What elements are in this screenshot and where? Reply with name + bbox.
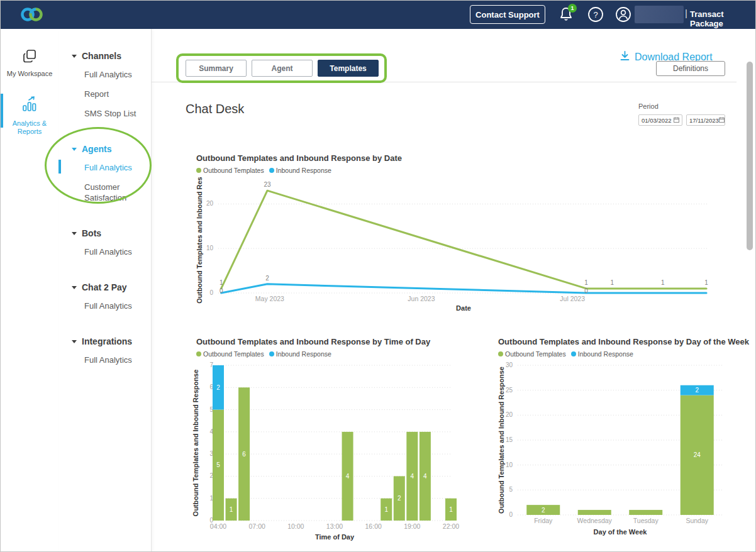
- nav-section-title: Integrations: [82, 336, 132, 346]
- svg-text:10: 10: [506, 461, 513, 468]
- contact-support-button[interactable]: Contact Support: [470, 5, 545, 24]
- svg-text:04:00: 04:00: [210, 522, 226, 530]
- help-icon[interactable]: ?: [587, 6, 604, 25]
- svg-text:0: 0: [209, 289, 213, 296]
- svg-text:?: ?: [593, 10, 598, 19]
- svg-text:1: 1: [220, 279, 223, 286]
- notification-count-badge: 1: [568, 4, 577, 13]
- legend-dot-icon: [269, 351, 274, 356]
- app-window: Contact Support 1 ? | Transact Package: [0, 0, 756, 552]
- nav-item-agents-customer-satisfaction[interactable]: Customer Satisfaction: [84, 177, 147, 207]
- top-bar: Contact Support 1 ? | Transact Package: [1, 1, 755, 29]
- nav-section-agents: AgentsFull AnalyticsCustomer Satisfactio…: [72, 144, 151, 207]
- svg-text:Outbound Templates and Inbound: Outbound Templates and Inbound Response: [498, 367, 505, 514]
- chart-title-by-time-of-day: Outbound Templates and Inbound Response …: [196, 337, 430, 346]
- nav-item-integrations-full-analytics[interactable]: Full Analytics: [84, 350, 147, 370]
- svg-text:2: 2: [542, 507, 545, 514]
- nav-section-title: Chat 2 Pay: [82, 282, 127, 292]
- username-redacted: [635, 6, 684, 23]
- svg-text:Jun 2023: Jun 2023: [408, 295, 435, 302]
- chevron-down-icon: [72, 340, 77, 343]
- nav-item-channels-sms-stop-list[interactable]: SMS Stop List: [84, 104, 147, 123]
- bar-chart-by-day-of-week: 051015202530FridayWednesdayTuesdaySunday…: [496, 360, 735, 543]
- chevron-down-icon: [72, 232, 77, 235]
- definitions-button[interactable]: Definitions: [656, 61, 725, 76]
- svg-text:22:00: 22:00: [443, 522, 459, 530]
- date-from-input[interactable]: 01/03/2022: [638, 114, 682, 126]
- legend-label: Outbound Templates: [203, 167, 264, 174]
- chart-legend: Outbound TemplatesInbound Response: [196, 350, 331, 358]
- nav-section-toggle-integrations[interactable]: Integrations: [72, 336, 151, 346]
- package-label: Transact Package: [690, 9, 755, 28]
- nav-section-bots: BotsFull Analytics: [72, 228, 151, 262]
- svg-text:2: 2: [265, 275, 269, 282]
- svg-text:13:00: 13:00: [326, 522, 343, 530]
- tab-templates[interactable]: Templates: [318, 60, 379, 77]
- svg-text:2: 2: [695, 387, 699, 394]
- sidebar-item-my-workspace[interactable]: My Workspace: [1, 48, 58, 78]
- brand-logo-icon[interactable]: [19, 6, 46, 26]
- date-to-value: 17/11/2023: [689, 117, 719, 124]
- svg-text:Tuesday: Tuesday: [633, 517, 659, 524]
- bar-chart-by-time-of-day: 0123456704:0007:0010:0013:0016:0019:0022…: [189, 360, 472, 546]
- svg-text:2: 2: [397, 495, 401, 502]
- svg-text:Sunday: Sunday: [686, 517, 708, 524]
- chevron-down-icon: [72, 55, 77, 58]
- nav-section-channels: ChannelsFull AnalyticsReportSMS Stop Lis…: [72, 51, 151, 123]
- svg-text:23: 23: [264, 181, 271, 188]
- tab-agent[interactable]: Agent: [252, 60, 313, 77]
- legend-label: Inbound Response: [276, 350, 331, 358]
- svg-text:19:00: 19:00: [404, 522, 420, 530]
- nav-section-toggle-channels[interactable]: Channels: [72, 51, 151, 61]
- svg-text:1: 1: [584, 279, 588, 286]
- analytics-icon: [20, 105, 39, 116]
- rail-active-indicator: [1, 94, 3, 128]
- side-navigation: ChannelsFull AnalyticsReportSMS Stop Lis…: [58, 29, 152, 552]
- nav-item-chat-2-pay-full-analytics[interactable]: Full Analytics: [84, 296, 147, 316]
- workspace-icon: [21, 55, 38, 66]
- svg-text:2: 2: [216, 384, 220, 391]
- legend-item-inbound-response: Inbound Response: [269, 350, 331, 358]
- nav-section-title: Bots: [82, 228, 101, 238]
- legend-dot-icon: [196, 168, 201, 173]
- tab-summary[interactable]: Summary: [186, 60, 247, 77]
- legend-item-inbound-response: Inbound Response: [571, 350, 633, 358]
- vertical-scrollbar[interactable]: [747, 62, 753, 250]
- svg-text:07:00: 07:00: [249, 522, 265, 530]
- svg-text:30: 30: [506, 362, 513, 368]
- calendar-icon: [719, 117, 725, 124]
- nav-section-integrations: IntegrationsFull Analytics: [72, 336, 151, 370]
- svg-text:Outbound Templates and Inbound: Outbound Templates and Inbound Response: [192, 370, 199, 517]
- nav-section-toggle-chat-2-pay[interactable]: Chat 2 Pay: [72, 282, 151, 292]
- legend-label: Inbound Response: [578, 350, 633, 358]
- sidebar-item-analytics-reports[interactable]: Analytics & Reports: [1, 95, 58, 136]
- legend-item-outbound-templates: Outbound Templates: [196, 350, 264, 358]
- svg-text:0: 0: [220, 287, 223, 294]
- svg-text:Date: Date: [456, 304, 471, 312]
- user-account-icon[interactable]: [615, 6, 631, 25]
- svg-text:10:00: 10:00: [287, 522, 304, 530]
- chart-legend: Outbound TemplatesInbound Response: [196, 167, 331, 174]
- nav-item-agents-full-analytics[interactable]: Full Analytics: [84, 158, 147, 177]
- svg-text:5: 5: [216, 461, 220, 468]
- svg-text:24: 24: [694, 451, 701, 458]
- nav-item-bots-full-analytics[interactable]: Full Analytics: [84, 242, 147, 262]
- chart-title-by-date: Outbound Templates and Inbound Response …: [196, 153, 402, 163]
- svg-text:1: 1: [384, 506, 388, 513]
- svg-text:Time of Day: Time of Day: [315, 533, 355, 541]
- legend-item-outbound-templates: Outbound Templates: [196, 167, 264, 174]
- notifications-bell-icon[interactable]: 1: [558, 6, 574, 25]
- nav-item-channels-full-analytics[interactable]: Full Analytics: [84, 65, 147, 84]
- nav-section-toggle-agents[interactable]: Agents: [72, 144, 151, 154]
- svg-text:4: 4: [423, 473, 427, 480]
- nav-section-title: Channels: [82, 51, 121, 61]
- nav-section-toggle-bots[interactable]: Bots: [72, 228, 151, 238]
- nav-item-channels-report[interactable]: Report: [84, 84, 147, 104]
- svg-text:1: 1: [230, 506, 233, 513]
- date-to-input[interactable]: 17/11/2023: [686, 114, 725, 126]
- legend-dot-icon: [498, 351, 503, 356]
- svg-text:5: 5: [509, 486, 513, 493]
- topbar-divider: |: [685, 8, 687, 18]
- svg-text:16:00: 16:00: [365, 522, 382, 530]
- svg-text:1: 1: [661, 279, 665, 286]
